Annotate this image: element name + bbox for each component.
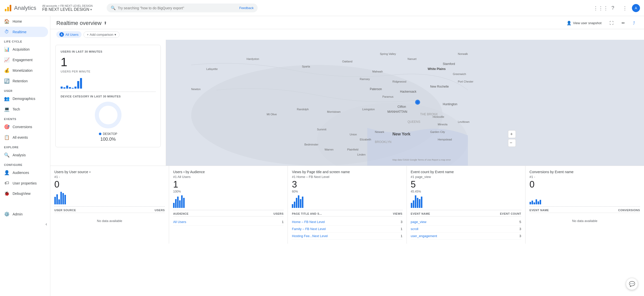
mini-bar-7	[77, 81, 79, 89]
chart-bar	[181, 195, 183, 208]
svg-rect-1	[7, 7, 9, 11]
card-event-count-row-2-label[interactable]: user_engagement	[411, 234, 437, 238]
chart-bar	[56, 194, 58, 204]
card-event-count-row-0-label[interactable]: page_view	[411, 220, 426, 224]
sidebar-item-admin[interactable]: ⚙️ Admin	[0, 209, 48, 219]
view-snapshot-button[interactable]: 👤 View user snapshot	[564, 19, 605, 27]
chart-bar	[183, 198, 185, 208]
card-page-title-chart	[292, 195, 402, 208]
card-page-title-row-1-label[interactable]: Family – FB Next Level	[292, 227, 326, 231]
sidebar-collapse-icon[interactable]: ‹	[46, 221, 47, 227]
svg-text:Hempstead: Hempstead	[438, 138, 452, 141]
card-event-count-col2: EVENT COUNT	[500, 212, 521, 215]
sidebar-item-tech[interactable]: 💻 Tech	[0, 104, 48, 115]
breadcrumb-top: All accounts > FB NEXT LEVEL DESIGN	[42, 4, 93, 7]
apps-icon-button[interactable]: ⋮⋮⋮	[596, 3, 606, 13]
more-options-icon-button[interactable]: ⋮	[620, 3, 630, 13]
svg-text:Norwalk: Norwalk	[458, 52, 468, 55]
analytics-logo-icon	[4, 4, 12, 12]
card-page-title-divider: PAGE TITLE AND S... VIEWS	[292, 212, 402, 216]
avatar[interactable]: A	[632, 4, 640, 12]
card-conversions-col1: EVENT NAME	[530, 209, 549, 212]
card-page-title-row-0-label[interactable]: Home – FB Next Level	[292, 220, 325, 224]
topbar-actions: ⋮⋮⋮ ? ⋮ A	[596, 3, 640, 13]
card-event-count: Event count by Event name #1 page_view 5…	[407, 166, 526, 244]
debugview-icon: 🐞	[4, 191, 10, 196]
add-comparison-button[interactable]: + Add comparison ▾	[84, 31, 119, 38]
sidebar-item-acquisition[interactable]: 📊 Acquisition	[0, 44, 48, 55]
card-page-title-row-0: Home – FB Next Level 3	[292, 218, 402, 226]
export-icon[interactable]: ⬆	[104, 21, 107, 25]
sidebar-item-audiences[interactable]: 👤 Audiences	[0, 167, 48, 178]
card-user-source-col2: USERS	[155, 209, 165, 212]
retention-icon: 🔄	[4, 78, 10, 84]
card-user-source-rank: #1 -	[54, 175, 165, 179]
card-page-title-col1: PAGE TITLE AND S...	[292, 212, 322, 215]
card-page-title-row-2-label[interactable]: Hosting Fee...Next Level	[292, 234, 328, 238]
card-conversions-rank: #1 -	[530, 175, 640, 179]
feedback-button[interactable]: Feedback	[239, 6, 254, 10]
sidebar-item-label-demographics: Demographics	[13, 97, 35, 101]
topbar: Analytics All accounts > FB NEXT LEVEL D…	[0, 0, 644, 16]
sidebar-item-conversions[interactable]: 🎯 Conversions	[0, 122, 48, 132]
sidebar-item-engagement[interactable]: 📈 Engagement	[0, 55, 48, 65]
sidebar-item-all-events[interactable]: 📋 All events	[0, 132, 48, 143]
sidebar-item-demographics[interactable]: 👥 Demographics	[0, 93, 48, 104]
configure-section-label: CONFIGURE	[0, 160, 50, 167]
card-page-title-pct: 60%	[292, 190, 402, 193]
search-input[interactable]	[118, 6, 237, 10]
svg-text:Port Chester: Port Chester	[458, 80, 473, 83]
explore-section-label: EXPLORE	[0, 143, 50, 150]
sidebar-item-debugview[interactable]: 🐞 DebugView	[0, 188, 48, 199]
card-event-count-col1: EVENT NAME	[411, 212, 430, 215]
sidebar-item-label-acquisition: Acquisition	[13, 47, 30, 51]
card-audience-users-dropdown-icon[interactable]: ▾	[183, 171, 185, 173]
sidebar-item-analysis[interactable]: 🔍 Analysis	[0, 150, 48, 160]
sidebar-item-label-retention: Retention	[13, 79, 28, 83]
card-audience-value: 1	[173, 179, 284, 190]
sidebar-item-realtime[interactable]: ⏱ Realtime	[0, 27, 48, 37]
chart-bar	[419, 199, 420, 208]
svg-text:Morristown: Morristown	[327, 110, 341, 113]
chart-bar	[296, 198, 297, 208]
chat-icon: 💬	[629, 281, 635, 287]
expand-button[interactable]: ⛶	[607, 19, 617, 27]
sidebar-item-monetization[interactable]: 💰 Monetization	[0, 65, 48, 76]
svg-text:Hackensack: Hackensack	[400, 90, 417, 93]
card-event-count-row-2-value: 3	[519, 234, 521, 238]
realtime-icon: ⏱	[4, 29, 10, 34]
sidebar-item-retention[interactable]: 🔄 Retention	[0, 76, 48, 86]
sidebar-item-home[interactable]: 🏠 Home	[0, 16, 48, 27]
card-conversions-chart	[530, 192, 640, 204]
chart-bar	[64, 195, 66, 204]
search-bar[interactable]: 🔍 Feedback	[107, 4, 258, 12]
card-user-source-dropdown-icon[interactable]: ▾	[89, 171, 91, 173]
card-event-count-dashed-line	[411, 210, 521, 210]
sidebar-item-label-debugview: DebugView	[13, 192, 30, 196]
svg-text:Ridgewood: Ridgewood	[392, 80, 406, 83]
card-event-count-row-1-label[interactable]: scroll	[411, 227, 418, 231]
account-dropdown-arrow[interactable]: ▾	[90, 8, 92, 11]
demographics-icon: 👥	[4, 96, 10, 101]
chat-button[interactable]: 💬	[626, 278, 638, 290]
card-page-title-value: 3	[292, 179, 402, 190]
sidebar-item-user-properties[interactable]: 🏷 User properties	[0, 178, 48, 188]
chart-bar	[421, 197, 422, 208]
users-30min-box: USERS IN LAST 30 MINUTES 1 USERS PER MIN…	[55, 45, 161, 147]
card-user-source-no-data: No data available	[54, 215, 165, 227]
chart-bar	[60, 192, 62, 204]
share-button[interactable]: ⤴	[630, 19, 638, 27]
card-page-title-row-1-value: 1	[400, 227, 402, 231]
chart-bar	[294, 202, 295, 208]
account-selector[interactable]: FB NEXT LEVEL DESIGN ▾	[42, 7, 93, 12]
audiences-icon: 👤	[4, 170, 10, 175]
all-users-chip[interactable]: A All Users	[56, 31, 82, 38]
chart-bar	[175, 199, 177, 208]
help-icon-button[interactable]: ?	[608, 3, 618, 13]
card-audience-row-0-label[interactable]: All Users	[173, 220, 186, 224]
sidebar-collapse-area[interactable]: ‹	[0, 219, 50, 229]
sidebar-item-label-engagement: Engagement	[13, 58, 32, 62]
report-customize-button[interactable]: ✏	[619, 19, 628, 27]
card-conversions-title-text: Conversions by Event name	[530, 170, 574, 174]
svg-text:Bedminster: Bedminster	[304, 143, 318, 146]
